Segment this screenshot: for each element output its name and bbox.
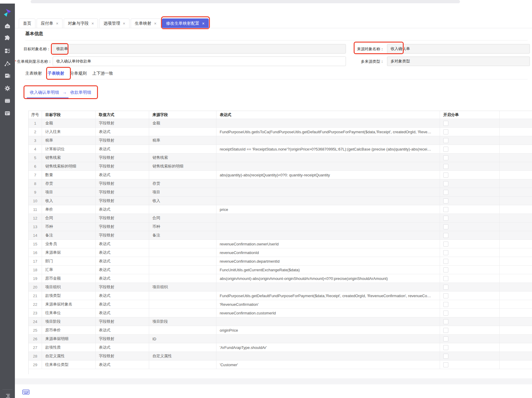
split-order-checkbox[interactable] xyxy=(443,207,448,212)
extra-cell xyxy=(500,343,532,352)
app-logo-icon[interactable] xyxy=(3,8,12,17)
split-order-checkbox[interactable] xyxy=(443,224,448,229)
split-order-cell xyxy=(440,136,500,145)
row-index: 28 xyxy=(29,352,42,361)
split-order-checkbox[interactable] xyxy=(443,362,448,367)
table-header-6 xyxy=(500,111,532,119)
expression-cell: revenueConfirmationId xyxy=(216,248,440,257)
split-order-checkbox[interactable] xyxy=(443,242,448,247)
expression-cell: 'RevenueConfirmation' xyxy=(216,300,440,309)
split-order-checkbox[interactable] xyxy=(443,121,448,126)
split-order-checkbox[interactable] xyxy=(443,319,448,324)
page-tab-5[interactable]: 修改生单映射配置× xyxy=(162,18,209,28)
subtab-1[interactable]: 子表映射 xyxy=(48,71,64,80)
page-tab-label: 首页 xyxy=(23,21,31,26)
split-order-checkbox[interactable] xyxy=(443,190,448,195)
extra-cell xyxy=(500,179,532,188)
settings-gear-icon[interactable] xyxy=(4,85,11,92)
source-object-value: 收入确认单 xyxy=(391,46,410,51)
split-order-checkbox[interactable] xyxy=(443,138,448,143)
split-order-checkbox[interactable] xyxy=(443,147,448,152)
split-order-checkbox[interactable] xyxy=(443,181,448,186)
split-order-checkbox[interactable] xyxy=(443,267,448,272)
source-field-cell: 存货 xyxy=(149,179,216,188)
relation-graph-icon[interactable] xyxy=(4,60,11,67)
source-field-cell: 项目 xyxy=(149,188,216,197)
split-order-checkbox[interactable] xyxy=(443,173,448,178)
source-field-cell xyxy=(149,240,216,248)
split-order-checkbox[interactable] xyxy=(443,198,448,203)
tab-close-icon[interactable]: × xyxy=(202,21,205,26)
split-order-checkbox[interactable] xyxy=(443,233,448,238)
source-field-cell: 税率 xyxy=(149,136,216,145)
extra-cell xyxy=(500,309,532,317)
source-object-input[interactable]: 收入确认单 xyxy=(387,44,530,54)
expression-cell xyxy=(216,231,440,240)
table-header-3: 来源字段 xyxy=(149,111,216,119)
target-field-cell: 汇率 xyxy=(42,266,96,274)
value-method-cell: 字段映射 xyxy=(96,214,149,222)
value-method-cell: 表达式 xyxy=(96,266,149,274)
value-method-cell: 表达式 xyxy=(96,205,149,214)
tab-close-icon[interactable]: × xyxy=(91,21,94,26)
split-order-cell xyxy=(440,326,500,335)
split-order-checkbox[interactable] xyxy=(443,336,448,341)
split-order-checkbox[interactable] xyxy=(443,328,448,333)
split-order-checkbox[interactable] xyxy=(443,259,448,264)
tab-close-icon[interactable]: × xyxy=(123,21,125,26)
page-tab-2[interactable]: 对象与字段× xyxy=(64,18,98,28)
split-order-cell xyxy=(440,335,500,343)
split-order-checkbox[interactable] xyxy=(443,129,448,134)
split-order-checkbox[interactable] xyxy=(443,354,448,359)
split-order-checkbox[interactable] xyxy=(443,216,448,221)
subtab-0[interactable]: 主表映射 xyxy=(25,71,42,80)
split-order-checkbox[interactable] xyxy=(443,311,448,316)
detail-mapping-link[interactable]: 收入确认单明细 → 收款单明细 xyxy=(30,90,91,95)
split-order-checkbox[interactable] xyxy=(443,302,448,307)
extra-cell xyxy=(500,257,532,266)
dev-console-icon[interactable]: (/) xyxy=(4,98,11,104)
target-field-cell: 来源单据对象名 xyxy=(42,300,96,309)
page-tab-1[interactable]: 应付单× xyxy=(37,18,63,28)
split-order-checkbox[interactable] xyxy=(443,345,448,350)
expression-cell: price xyxy=(216,205,440,214)
tab-close-icon[interactable]: × xyxy=(154,21,157,26)
page-tab-0[interactable]: 首页 xyxy=(19,18,35,28)
virtual-keyboard-icon[interactable] xyxy=(22,388,30,396)
modules-check-icon[interactable] xyxy=(4,48,11,54)
rule-name-input[interactable]: 收入确认单转收款单 xyxy=(53,57,346,66)
target-object-input[interactable]: 收款单 xyxy=(53,44,346,54)
expression-cell xyxy=(216,317,440,326)
expression-cell xyxy=(216,222,440,231)
page-tab-3[interactable]: 选项管理× xyxy=(99,18,129,28)
subtab-3[interactable]: 上下游一致 xyxy=(92,71,113,80)
target-field-cell: 部门 xyxy=(42,257,96,266)
report-edit-icon[interactable] xyxy=(4,73,11,79)
plugin-puzzle-icon[interactable] xyxy=(4,35,11,42)
layout-panel-icon[interactable] xyxy=(4,110,11,117)
split-order-checkbox[interactable] xyxy=(443,164,448,169)
split-order-checkbox[interactable] xyxy=(443,250,448,255)
value-method-cell: 字段映射 xyxy=(96,283,149,292)
mapping-subtabs: 主表映射子表映射分单规则上下游一致 xyxy=(25,71,113,80)
tab-close-icon[interactable]: × xyxy=(56,21,58,26)
split-order-checkbox[interactable] xyxy=(443,285,448,290)
expression-cell: revenueConfirmation.ownerUserId xyxy=(216,240,440,248)
split-order-checkbox[interactable] xyxy=(443,293,448,298)
multi-source-input[interactable]: 多对象类型 xyxy=(387,57,530,66)
mapping-target-label[interactable]: 收款单明细 xyxy=(70,90,91,95)
subtab-2[interactable]: 分单规则 xyxy=(70,71,87,80)
target-field-cell: 单价 xyxy=(42,205,96,214)
home-icon[interactable] xyxy=(4,23,11,29)
split-order-checkbox[interactable] xyxy=(443,276,448,281)
table-header-5: 开启分单 xyxy=(440,111,500,119)
target-field-cell: 计入往来 xyxy=(42,128,96,136)
split-order-checkbox[interactable] xyxy=(443,155,448,160)
target-field-cell: 数量 xyxy=(42,171,96,179)
page-tab-4[interactable]: 生单映射× xyxy=(131,18,161,28)
collapse-sidebar-icon[interactable] xyxy=(4,393,11,398)
mapping-source-label[interactable]: 收入确认单明细 xyxy=(30,90,59,95)
table-header-1: 目标字段 xyxy=(42,111,96,119)
extra-cell xyxy=(500,352,532,361)
row-index: 23 xyxy=(29,309,42,317)
